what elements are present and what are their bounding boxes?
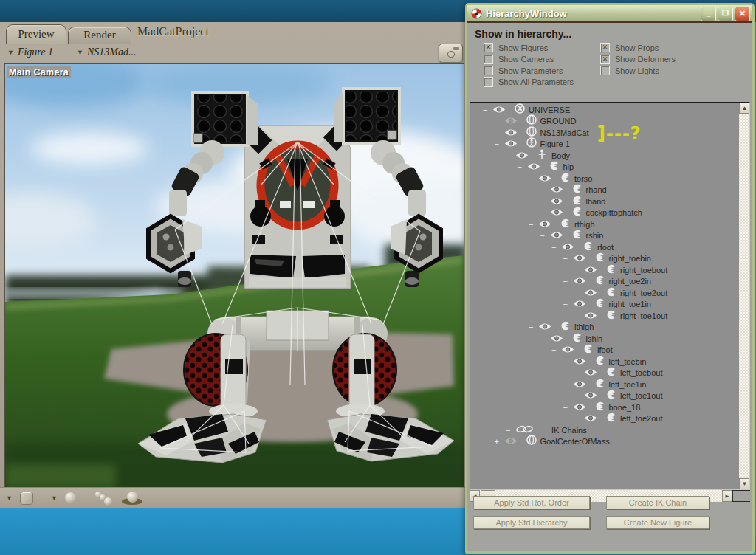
tree-expander-minus-icon[interactable]: − — [563, 403, 573, 412]
tree-expander-minus-icon[interactable]: − — [563, 357, 573, 366]
tree-expander-minus-icon[interactable]: − — [551, 243, 561, 252]
tree-item-label[interactable]: left_toe1in — [609, 380, 647, 389]
scroll-down-button[interactable]: ▼ — [739, 478, 750, 489]
tree-item-label[interactable]: rfoot — [597, 243, 614, 252]
tree-row-universe[interactable]: −UNIVERSE — [470, 104, 738, 116]
document-size-button[interactable] — [20, 492, 33, 505]
tree-row-left_toebout[interactable]: left_toebout — [470, 368, 738, 379]
tree-item-label[interactable]: right_toe1in — [609, 300, 652, 308]
checkbox-show-figures[interactable]: ✕Show Figures — [484, 42, 574, 54]
tree-item-label[interactable]: left_toebin — [609, 357, 647, 366]
tree-expander-minus-icon[interactable]: − — [563, 254, 573, 263]
tab-render[interactable]: Render — [68, 27, 131, 44]
tree-row-left_toebin[interactable]: −left_toebin — [470, 356, 738, 368]
unchecked-checkbox-icon[interactable] — [600, 66, 610, 75]
tree-item-label[interactable]: lshin — [586, 334, 603, 343]
figure-menu[interactable]: ▼ Figure 1 — [7, 46, 53, 58]
tree-item-label[interactable]: left_toe1out — [620, 391, 663, 400]
tree-row-lhand[interactable]: lhand — [470, 196, 738, 207]
tree-item-label[interactable]: left_toebout — [620, 368, 663, 377]
tree-expander-minus-icon[interactable]: − — [563, 380, 573, 389]
tree-expander-minus-icon[interactable]: − — [540, 334, 550, 343]
tab-preview[interactable]: Preview — [6, 24, 66, 44]
shadow-ball-icon[interactable] — [122, 492, 142, 505]
checkbox-show-props[interactable]: ✕Show Props — [600, 42, 676, 54]
tree-item-label[interactable]: Figure 1 — [540, 139, 570, 148]
tree-item-label[interactable]: torso — [574, 174, 592, 183]
tree-row-right_toebout[interactable]: right_toebout — [470, 264, 738, 276]
visibility-eye-icon[interactable] — [584, 412, 606, 425]
apply-std-hierarchy-button[interactable]: Apply Std Hierarchy — [473, 516, 590, 529]
tree-item-label[interactable]: rshin — [586, 231, 604, 240]
tree-row-right_toe2out[interactable]: right_toe2out — [470, 287, 738, 299]
apply-std-rot-order-button[interactable]: Apply Std Rot. Order — [473, 496, 590, 509]
minimize-button[interactable]: _ — [701, 7, 716, 21]
chevron-down-icon[interactable]: ▼ — [6, 494, 13, 502]
checkbox-show-lights[interactable]: Show Lights — [600, 65, 676, 77]
tree-row-bone_18[interactable]: −bone_18 — [470, 401, 738, 413]
tree-expander-minus-icon[interactable]: − — [563, 277, 573, 286]
tree-row-body[interactable]: −Body — [470, 150, 738, 162]
tree-row-ik-chains[interactable]: −IK Chains — [470, 424, 738, 436]
tree-row-hip[interactable]: −hip — [470, 162, 738, 173]
camera-view-button[interactable] — [439, 44, 463, 63]
checked-checkbox-icon[interactable]: ✕ — [600, 55, 610, 64]
checkbox-show-cameras[interactable]: Show Cameras — [484, 54, 574, 66]
tree-item-label[interactable]: GoalCenterOfMass — [540, 437, 610, 446]
tree-row-rshin[interactable]: −rshin — [470, 230, 738, 242]
tree-item-label[interactable]: lfoot — [597, 345, 613, 354]
vertical-scrollbar[interactable]: ▲ ▼ — [739, 103, 750, 489]
multi-ball-icon[interactable] — [95, 492, 114, 505]
scroll-right-button[interactable]: ► — [722, 490, 732, 502]
tree-item-label[interactable]: NS13MadCat — [540, 128, 589, 137]
tree-item-label[interactable]: IK Chains — [551, 426, 587, 435]
tree-row-right_toe1in[interactable]: −right_toe1in — [470, 299, 738, 311]
tree-item-label[interactable]: Body — [551, 151, 570, 160]
unchecked-checkbox-icon[interactable] — [484, 77, 493, 87]
create-new-figure-button[interactable]: Create New Figure — [606, 516, 709, 529]
tree-item-label[interactable]: right_toebin — [609, 254, 652, 263]
tree-expander-minus-icon[interactable]: − — [540, 231, 550, 240]
tree-expander-minus-icon[interactable]: − — [529, 220, 538, 229]
tree-row-left_toe1out[interactable]: left_toe1out — [470, 390, 738, 402]
tree-row-left_toe2out[interactable]: left_toe2out — [470, 413, 738, 425]
window-titlebar[interactable]: HierarchyWindow _ ❐ ✕ — [467, 5, 752, 23]
tree-item-label[interactable]: right_toe2in — [609, 277, 652, 286]
tree-row-torso[interactable]: −torso — [470, 173, 738, 185]
tree-row-lthigh[interactable]: −lthigh — [470, 322, 738, 334]
tree-item-label[interactable]: lthigh — [574, 323, 594, 331]
tree-row-right_toe1out[interactable]: right_toe1out — [470, 310, 738, 322]
tree-item-label[interactable]: right_toe2out — [620, 289, 667, 297]
tree-row-right_toebin[interactable]: −right_toebin — [470, 253, 738, 265]
tree-item-label[interactable]: left_toe2out — [620, 414, 663, 423]
hierarchy-tree[interactable]: −UNIVERSEGROUNDNS13MadCat−Figure 1−Body−… — [470, 102, 750, 490]
tree-item-label[interactable]: rhand — [586, 185, 607, 194]
preview-viewport[interactable]: Main Camera — [4, 63, 464, 488]
tracking-ball-icon[interactable] — [65, 492, 76, 503]
tree-expander-minus-icon[interactable]: − — [563, 300, 573, 308]
tree-expander-minus-icon[interactable]: − — [506, 426, 515, 435]
scroll-up-button[interactable]: ▲ — [739, 103, 750, 114]
tree-row-lfoot[interactable]: −lfoot — [470, 345, 738, 356]
tree-row-lshin[interactable]: −lshin — [470, 333, 738, 345]
tree-expander-minus-icon[interactable]: − — [551, 345, 561, 354]
tree-row-rfoot[interactable]: −rfoot — [470, 241, 738, 253]
tree-item-label[interactable]: rthigh — [574, 220, 595, 229]
tree-row-left_toe1in[interactable]: −left_toe1in — [470, 379, 738, 390]
tree-row-cockpittophatch[interactable]: cockpittophatch — [470, 207, 738, 219]
tree-expander-minus-icon[interactable]: − — [529, 323, 538, 331]
create-ik-chain-button[interactable]: Create IK Chain — [606, 496, 709, 509]
tree-item-label[interactable]: bone_18 — [609, 403, 641, 412]
unchecked-checkbox-icon[interactable] — [484, 66, 493, 75]
tree-item-label[interactable]: UNIVERSE — [529, 106, 570, 114]
checkbox-show-parameters[interactable]: Show Parameters — [484, 65, 574, 77]
tree-item-label[interactable]: hip — [563, 162, 574, 171]
tree-item-label[interactable]: cockpittophatch — [586, 208, 642, 217]
tree-item-label[interactable]: lhand — [586, 197, 606, 206]
tree-row-right_toe2in[interactable]: −right_toe2in — [470, 276, 738, 288]
tree-row-rthigh[interactable]: −rthigh — [470, 218, 738, 230]
close-button[interactable]: ✕ — [735, 7, 750, 21]
checkbox-show-all-parameters[interactable]: Show All Parameters — [484, 77, 574, 89]
unchecked-checkbox-icon[interactable] — [484, 55, 493, 64]
tree-expander-plus-icon[interactable]: + — [495, 437, 504, 446]
